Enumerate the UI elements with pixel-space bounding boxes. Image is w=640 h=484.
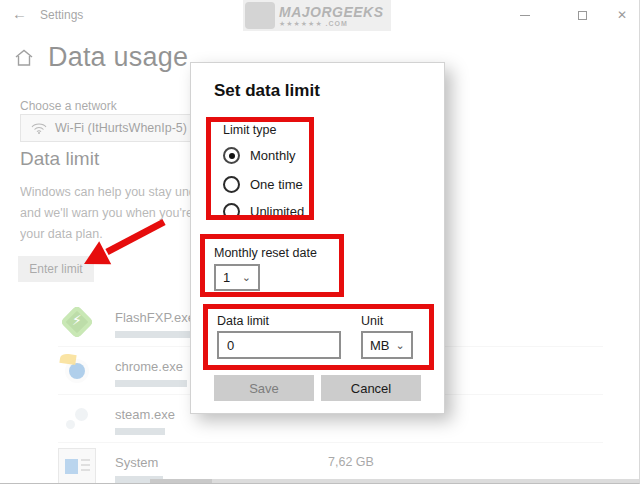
annotation-box-data-limit <box>203 304 434 370</box>
majorgeeks-watermark: MAJORGEEKS ★★★★★★ .COM <box>243 0 391 31</box>
annotation-box-reset-date <box>200 234 344 297</box>
settings-window: ← Settings ✕ Data usage Choose a network… <box>0 0 640 484</box>
dialog-title: Set data limit <box>214 81 320 101</box>
majorgeeks-logo-icon <box>245 2 275 29</box>
watermark-title: MAJORGEEKS <box>279 5 384 19</box>
save-button[interactable]: Save <box>214 375 314 401</box>
watermark-subtitle: ★★★★★★ .COM <box>279 20 384 27</box>
cancel-button[interactable]: Cancel <box>321 375 421 401</box>
annotation-arrow <box>75 210 175 275</box>
annotation-box-limit-type <box>206 117 314 220</box>
